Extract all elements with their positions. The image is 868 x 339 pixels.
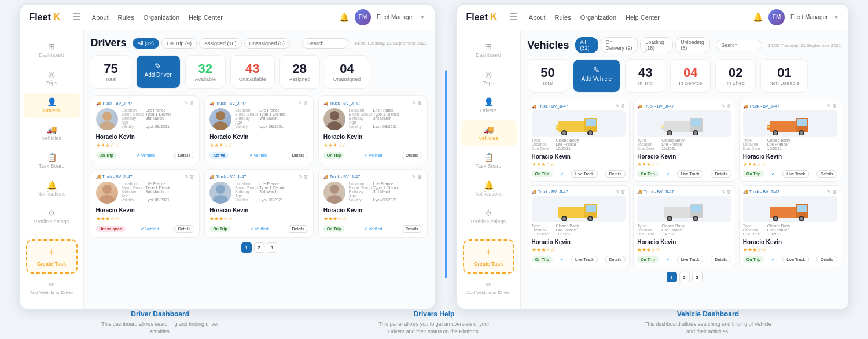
v-page-btn-2[interactable]: 2	[679, 272, 690, 282]
details-button-3[interactable]: Details	[174, 225, 194, 233]
filter-tabs-drivers: All (32) On Trip (9) Assigned (18) Unass…	[133, 38, 296, 49]
filter-loading-v[interactable]: Loading (18)	[640, 37, 673, 53]
create-task-button-v[interactable]: + Create Task	[463, 239, 514, 274]
page-title-vehicles: Vehicles	[528, 39, 569, 51]
main-content-vehicles: ⊞ Dashboard ◎ Trips 👤 Drivers 🚚 Vehicles	[457, 30, 848, 309]
filter-delivery-v[interactable]: On Delivery (9)	[601, 37, 638, 53]
v-live-btn-0[interactable]: Live Track	[571, 170, 598, 178]
details-button-1[interactable]: Details	[288, 152, 308, 159]
v-live-btn-4[interactable]: Live Track	[677, 256, 704, 263]
sidebar-item-drivers[interactable]: 👤 Drivers	[24, 93, 80, 118]
dashboard-icon: ⊞	[48, 42, 55, 51]
sidebar-label-vehicles: Vehicles	[42, 135, 61, 141]
filter-all-v[interactable]: All (32)	[575, 37, 598, 53]
stat-unassigned-number: 04	[333, 61, 361, 76]
svg-point-60	[800, 217, 803, 220]
list-item: 🚚 Truck - BV_JI-47 ✎ 🗑	[528, 185, 630, 267]
details-button-0[interactable]: Details	[174, 152, 194, 159]
nav-rules-v[interactable]: Rules	[555, 12, 571, 23]
v-card-info-2: TypeClosed Body LocationLife France Due …	[743, 138, 837, 150]
page-btn-2[interactable]: 2	[254, 242, 264, 253]
details-button-2[interactable]: Details	[402, 152, 422, 159]
v-card-bottom-0: On Trip ✔ Live Track Details	[532, 170, 626, 178]
sidebar-drivers: ⊞ Dashboard ◎ Trips 👤 Drivers 🚚 Vehicles	[20, 30, 84, 309]
nav-about-v[interactable]: About	[529, 12, 546, 23]
sidebar-item-trips-v[interactable]: ◎ Trips	[461, 65, 517, 90]
nav-rules[interactable]: Rules	[118, 12, 134, 23]
svg-rect-15	[586, 119, 596, 126]
sidebar-item-notifications[interactable]: 🔔 Notifications	[24, 176, 80, 201]
add-vehicle-button[interactable]: ✎ Add Vehicle	[573, 59, 621, 93]
add-link-label: Add Vehicle or Driver	[30, 290, 73, 295]
v-details-btn-2[interactable]: Details	[816, 170, 837, 178]
filter-all[interactable]: All (32)	[133, 38, 160, 49]
add-vehicle-driver-link-v[interactable]: ✏ Add Vehicle or Driver	[459, 277, 518, 299]
v-page-btn-1[interactable]: 1	[667, 272, 677, 282]
chevron-down-icon: ▼	[420, 14, 425, 20]
sidebar-item-profile-v[interactable]: ⚙ Profile Settings	[461, 204, 517, 229]
sidebar-item-dashboard[interactable]: ⊞ Dashboard	[24, 37, 80, 62]
details-button-5[interactable]: Details	[402, 225, 422, 233]
notifications-icon: 🔔	[47, 180, 57, 190]
search-input-vehicles[interactable]	[716, 40, 762, 50]
pagination-vehicles: 1 2 3	[528, 272, 841, 282]
page-btn-3[interactable]: 3	[267, 242, 277, 253]
nav-about[interactable]: About	[92, 12, 109, 23]
card-top-4: LocationLife France Blood GroupType 1 Di…	[209, 182, 308, 204]
sidebar-label-trips: Trips	[46, 80, 57, 86]
add-vehicle-plus-icon: ✎	[593, 65, 600, 75]
create-task-button[interactable]: + Create Task	[26, 239, 78, 274]
truck-icon-1: 🚚	[209, 101, 215, 106]
nav-organization-v[interactable]: Organization	[580, 12, 616, 23]
v-live-btn-3[interactable]: Live Track	[571, 256, 598, 263]
nav-help-v[interactable]: Help Center	[626, 12, 660, 23]
verified-badge-1: ✔ Verified	[249, 153, 267, 158]
v-stat-inshed-label: In Shed	[724, 80, 747, 86]
caption-drivers-help: Drivers Help This panel allows you to ge…	[370, 310, 498, 335]
add-vehicle-driver-link[interactable]: ✏ Add Vehicle or Driver	[23, 277, 81, 299]
sidebar-item-notifications-v[interactable]: 🔔 Notifications	[461, 176, 517, 201]
v-verified-5: ✔	[771, 257, 775, 262]
taskboard-icon: 📋	[47, 153, 57, 162]
filter-unassigned[interactable]: Unassigned (5)	[244, 38, 290, 49]
v-details-btn-4[interactable]: Details	[711, 256, 731, 263]
v-truck-label-5: 🚚 Truck - BV_JI-47 ✎ 🗑	[743, 189, 837, 194]
sidebar-item-dashboard-v[interactable]: ⊞ Dashboard	[461, 37, 517, 62]
filter-unloading-v[interactable]: Unloading (5)	[675, 37, 710, 53]
hamburger-icon-v[interactable]: ☰	[509, 12, 517, 23]
filter-assigned[interactable]: Assigned (18)	[199, 38, 242, 49]
sidebar-item-vehicles-v[interactable]: 🚚 Vehicles	[461, 120, 517, 146]
page-btn-1[interactable]: 1	[241, 242, 252, 253]
v-details-btn-1[interactable]: Details	[711, 170, 731, 178]
v-status-5: On Trip	[743, 256, 764, 263]
v-truck-icon-1: 🚚	[637, 104, 642, 109]
sidebar-item-taskboard-v[interactable]: 📋 Task Board	[461, 148, 517, 174]
vehicle-img-5	[743, 196, 837, 222]
sidebar-item-profile[interactable]: ⚙ Profile Settings	[24, 204, 80, 229]
notification-icon-v[interactable]: 🔔	[753, 13, 763, 22]
v-details-btn-3[interactable]: Details	[605, 256, 626, 263]
sidebar-item-taskboard[interactable]: 📋 Task Board	[24, 148, 80, 174]
add-driver-button[interactable]: ✎ Add Driver	[136, 55, 181, 89]
nav-help[interactable]: Help Center	[189, 12, 223, 23]
card-info-3: LocationLife France Blood GroupType 1 Di…	[122, 182, 195, 202]
v-live-btn-2[interactable]: Live Track	[782, 170, 809, 178]
details-button-4[interactable]: Details	[288, 225, 308, 233]
driver-stars-0: ★★★☆☆	[96, 142, 195, 148]
sidebar-item-vehicles[interactable]: 🚚 Vehicles	[24, 120, 80, 146]
hamburger-icon[interactable]: ☰	[72, 12, 80, 23]
notification-icon[interactable]: 🔔	[339, 13, 349, 22]
sidebar-item-trips[interactable]: ◎ Trips	[24, 65, 80, 90]
v-details-btn-5[interactable]: Details	[816, 256, 837, 263]
v-page-btn-3[interactable]: 3	[692, 272, 703, 282]
svg-point-19	[589, 131, 592, 135]
v-driver-name-4: Horacio Kevin	[637, 239, 731, 245]
nav-organization[interactable]: Organization	[144, 12, 179, 23]
v-live-btn-1[interactable]: Live Track	[677, 170, 704, 178]
v-details-btn-0[interactable]: Details	[605, 170, 626, 178]
sidebar-item-drivers-v[interactable]: 👤 Drivers	[461, 93, 517, 118]
sidebar-label-taskboard: Task Board	[38, 163, 64, 169]
v-live-btn-5[interactable]: Live Track	[782, 256, 809, 263]
search-input-drivers[interactable]	[302, 38, 348, 49]
filter-on-trip[interactable]: On Trip (9)	[161, 38, 197, 49]
